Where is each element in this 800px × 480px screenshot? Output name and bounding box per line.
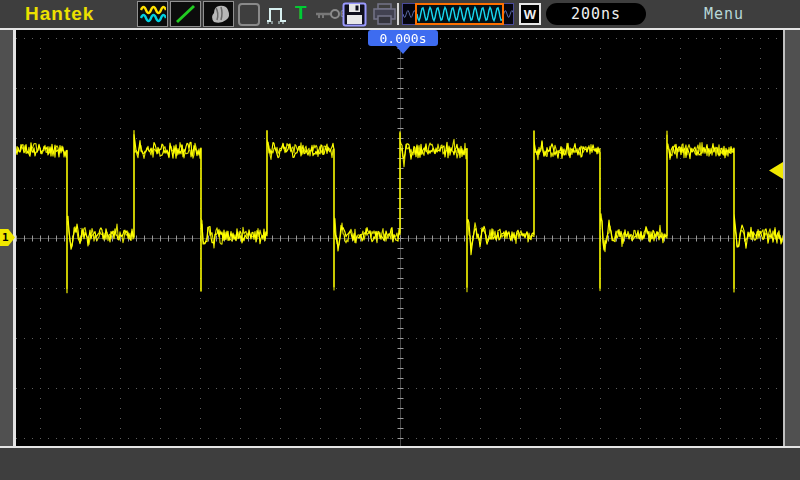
empty-slot bbox=[238, 3, 260, 26]
top-bar: Hantek T bbox=[0, 0, 800, 28]
brand-logo: Hantek bbox=[25, 3, 94, 25]
pulse-trigger-icon[interactable] bbox=[264, 4, 292, 26]
menu-button[interactable]: Menu bbox=[704, 5, 744, 23]
topbar-separator bbox=[397, 3, 399, 25]
hand-probe-button[interactable] bbox=[203, 1, 234, 27]
trigger-type-indicator: T bbox=[295, 2, 307, 24]
hand-icon bbox=[205, 3, 232, 25]
bottom-bar: DC 20 2.00V CH1 2.80V 1.50013MHz 5-Dec-1… bbox=[0, 448, 800, 480]
preview-window-selection[interactable] bbox=[415, 3, 504, 25]
key-lock-icon: 0 bbox=[315, 7, 343, 21]
preview-bright-wave bbox=[417, 5, 502, 23]
waveform-display-button[interactable] bbox=[137, 1, 168, 27]
trigger-position-pointer bbox=[396, 46, 410, 54]
cursor-line-button[interactable] bbox=[170, 1, 201, 27]
dual-wave-icon bbox=[139, 3, 166, 25]
waveform-display bbox=[16, 30, 783, 446]
window-mode-icon[interactable]: W bbox=[519, 3, 541, 25]
save-floppy-icon[interactable] bbox=[342, 2, 367, 27]
oscilloscope-screen: Hantek T bbox=[0, 0, 800, 480]
print-icon[interactable] bbox=[372, 3, 397, 26]
timebase-readout: 200ns bbox=[546, 3, 646, 25]
diagonal-line-icon bbox=[172, 3, 199, 25]
screen-margin-right bbox=[785, 30, 800, 446]
record-preview-strip bbox=[402, 3, 514, 25]
trigger-position-flag[interactable]: 0.000s bbox=[368, 30, 438, 46]
